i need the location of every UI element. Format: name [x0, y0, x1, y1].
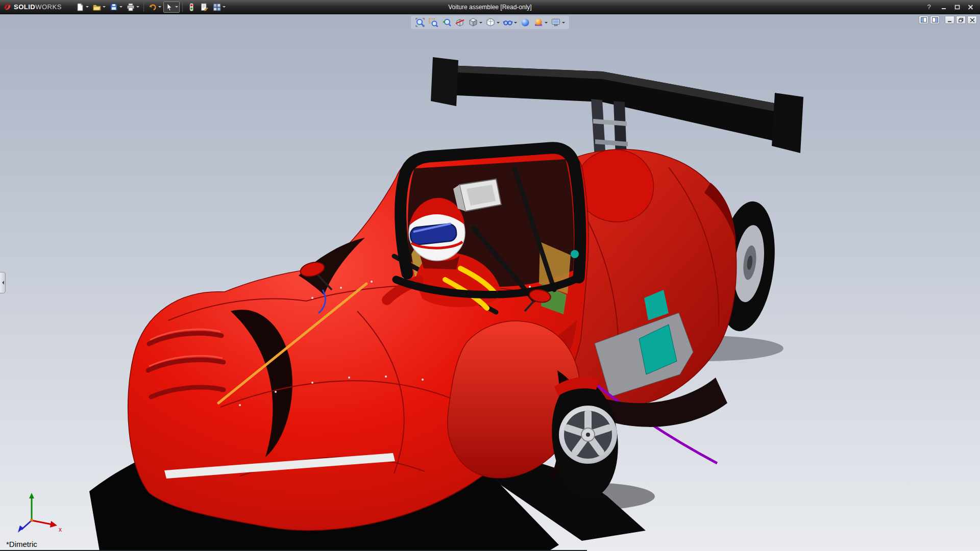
minimize-button[interactable]: [939, 3, 948, 11]
options-button[interactable]: [211, 2, 227, 13]
brand-text: SOLIDWORKS: [14, 3, 62, 11]
toolbar-separator: [143, 3, 144, 12]
new-document-button[interactable]: [74, 2, 90, 13]
ds-logo-icon: [3, 3, 12, 11]
close-icon: [968, 5, 973, 10]
previous-view-icon: [442, 17, 452, 28]
headsup-view-toolbar: [411, 16, 569, 29]
cockpit[interactable]: [387, 148, 580, 314]
dropdown-arrow-icon[interactable]: [175, 6, 178, 9]
solidworks-logo: SOLIDWORKS: [0, 3, 67, 11]
standard-toolbar: [74, 2, 227, 13]
dropdown-arrow-icon[interactable]: [103, 6, 106, 9]
minimize-doc-button[interactable]: [945, 16, 954, 24]
feature-pane-button[interactable]: [919, 16, 928, 24]
undo-arrow-icon: [148, 3, 157, 12]
minimize-icon: [941, 5, 947, 10]
chevron-left-icon: [0, 281, 4, 285]
collapse-panel-tab[interactable]: [0, 272, 6, 293]
hide-show-items-button[interactable]: [502, 16, 518, 29]
zoom-to-area-button[interactable]: [427, 16, 439, 29]
view-settings-monitor-icon: [551, 17, 561, 28]
dropdown-arrow-icon[interactable]: [545, 22, 548, 25]
restore-doc-icon: [959, 18, 964, 22]
close-button[interactable]: [966, 3, 975, 11]
view-orientation-cube-icon: [468, 17, 478, 28]
new-document-icon: [76, 3, 85, 12]
zoom-to-area-icon: [428, 17, 438, 28]
scene-sphere-icon: [533, 17, 544, 28]
rebuild-traffic-light-icon: [187, 3, 196, 12]
undo-button[interactable]: [146, 2, 163, 13]
printer-icon: [126, 3, 135, 12]
dropdown-arrow-icon[interactable]: [136, 6, 139, 9]
y-axis-arrow: [29, 493, 34, 498]
view-orientation-button[interactable]: [467, 16, 483, 29]
select-cursor-icon: [165, 3, 174, 12]
window-controls: [939, 3, 975, 11]
dropdown-arrow-icon[interactable]: [497, 22, 500, 25]
titlebar-right: ?: [925, 3, 980, 11]
rebuild-button[interactable]: [185, 2, 198, 13]
titlebar: SOLIDWORKS: [0, 0, 980, 14]
zoom-to-fit-button[interactable]: [414, 16, 426, 29]
close-doc-button[interactable]: [967, 16, 977, 24]
dropdown-arrow-icon[interactable]: [158, 6, 161, 9]
save-floppy-icon: [109, 3, 118, 12]
display-style-button[interactable]: [484, 16, 501, 29]
maximize-icon: [954, 5, 960, 10]
section-view-button[interactable]: [454, 16, 466, 29]
options-grid-icon: [212, 3, 222, 12]
edit-appearance-button[interactable]: [519, 16, 531, 29]
orientation-triad[interactable]: x: [8, 491, 64, 538]
maximize-button[interactable]: [952, 3, 962, 11]
document-title: Voiture assemblee [Read-only]: [448, 4, 531, 11]
dropdown-arrow-icon[interactable]: [479, 22, 482, 25]
graphics-viewport[interactable]: x *Dimetric: [0, 14, 980, 551]
open-folder-icon: [92, 3, 102, 12]
dropdown-arrow-icon[interactable]: [119, 6, 122, 9]
file-properties-icon: [200, 3, 209, 12]
feature-pane-icon: [921, 17, 927, 22]
print-button[interactable]: [125, 2, 141, 13]
open-document-button[interactable]: [91, 2, 107, 13]
dropdown-arrow-icon[interactable]: [562, 22, 565, 25]
save-button[interactable]: [108, 2, 124, 13]
zoom-to-fit-icon: [415, 17, 425, 28]
apply-scene-button[interactable]: [532, 16, 549, 29]
dropdown-arrow-icon[interactable]: [514, 22, 517, 25]
document-window-controls: [919, 16, 977, 24]
display-style-icon: [485, 17, 496, 28]
view-orientation-label: *Dimetric: [6, 540, 37, 548]
display-pane-icon: [932, 17, 938, 22]
x-axis-label: x: [59, 526, 62, 533]
close-doc-icon: [970, 18, 975, 22]
race-car-model[interactable]: [0, 14, 980, 551]
previous-view-button[interactable]: [440, 16, 453, 29]
file-properties-button[interactable]: [198, 2, 210, 13]
minimize-doc-icon: [947, 18, 952, 22]
select-tool-button[interactable]: [163, 2, 180, 13]
display-pane-button[interactable]: [930, 16, 940, 24]
appearance-sphere-icon: [520, 17, 530, 28]
dropdown-arrow-icon[interactable]: [86, 6, 89, 9]
help-button[interactable]: ?: [925, 3, 933, 11]
toolbar-separator: [182, 3, 183, 12]
restore-doc-button[interactable]: [956, 16, 966, 24]
eyeglasses-icon: [503, 17, 513, 28]
x-axis-arrow: [50, 521, 57, 528]
view-settings-button[interactable]: [550, 16, 566, 29]
solidworks-window: SOLIDWORKS: [0, 0, 980, 551]
dropdown-arrow-icon[interactable]: [223, 6, 226, 9]
section-view-icon: [455, 17, 465, 28]
